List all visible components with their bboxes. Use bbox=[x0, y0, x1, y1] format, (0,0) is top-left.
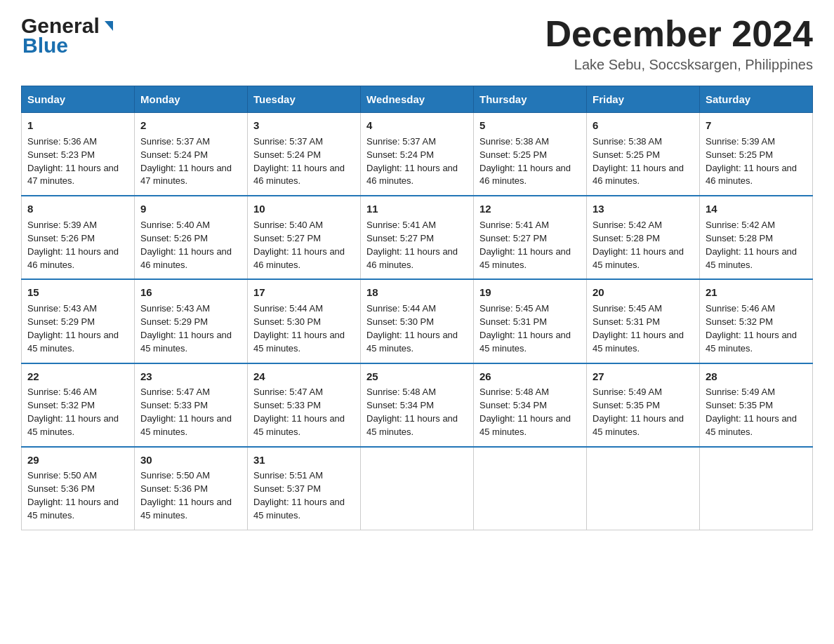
day-number: 5 bbox=[479, 118, 581, 133]
day-number: 1 bbox=[27, 118, 128, 133]
calendar-cell: 30 Sunrise: 5:50 AMSunset: 5:36 PMDaylig… bbox=[135, 447, 248, 530]
calendar-cell: 31 Sunrise: 5:51 AMSunset: 5:37 PMDaylig… bbox=[248, 447, 361, 530]
day-number: 22 bbox=[27, 369, 128, 384]
day-number: 3 bbox=[253, 118, 355, 133]
svg-marker-0 bbox=[105, 21, 113, 31]
day-info: Sunrise: 5:44 AMSunset: 5:30 PMDaylight:… bbox=[253, 303, 345, 354]
calendar-cell: 15 Sunrise: 5:43 AMSunset: 5:29 PMDaylig… bbox=[22, 279, 135, 363]
day-number: 30 bbox=[140, 452, 241, 468]
day-info: Sunrise: 5:49 AMSunset: 5:35 PMDaylight:… bbox=[706, 387, 797, 437]
day-number: 25 bbox=[366, 369, 468, 384]
day-number: 26 bbox=[479, 369, 581, 384]
calendar-cell: 6 Sunrise: 5:38 AMSunset: 5:25 PMDayligh… bbox=[587, 113, 700, 196]
calendar-table: SundayMondayTuesdayWednesdayThursdayFrid… bbox=[21, 86, 813, 530]
day-number: 27 bbox=[593, 369, 694, 384]
day-info: Sunrise: 5:50 AMSunset: 5:36 PMDaylight:… bbox=[27, 470, 119, 521]
day-info: Sunrise: 5:48 AMSunset: 5:34 PMDaylight:… bbox=[366, 387, 458, 437]
calendar-cell: 11 Sunrise: 5:41 AMSunset: 5:27 PMDaylig… bbox=[361, 196, 474, 279]
calendar-cell: 27 Sunrise: 5:49 AMSunset: 5:35 PMDaylig… bbox=[587, 363, 700, 447]
calendar-cell: 24 Sunrise: 5:47 AMSunset: 5:33 PMDaylig… bbox=[248, 363, 361, 447]
calendar-cell: 21 Sunrise: 5:46 AMSunset: 5:32 PMDaylig… bbox=[700, 279, 813, 363]
calendar-cell: 5 Sunrise: 5:38 AMSunset: 5:25 PMDayligh… bbox=[474, 113, 587, 196]
day-info: Sunrise: 5:40 AMSunset: 5:26 PMDaylight:… bbox=[140, 220, 232, 270]
day-number: 9 bbox=[140, 201, 241, 217]
day-info: Sunrise: 5:39 AMSunset: 5:25 PMDaylight:… bbox=[706, 136, 797, 187]
day-number: 21 bbox=[706, 285, 807, 300]
day-info: Sunrise: 5:48 AMSunset: 5:34 PMDaylight:… bbox=[479, 387, 571, 437]
calendar-cell: 9 Sunrise: 5:40 AMSunset: 5:26 PMDayligh… bbox=[135, 196, 248, 279]
day-number: 17 bbox=[253, 285, 355, 300]
day-info: Sunrise: 5:45 AMSunset: 5:31 PMDaylight:… bbox=[593, 303, 684, 354]
day-info: Sunrise: 5:41 AMSunset: 5:27 PMDaylight:… bbox=[479, 220, 571, 270]
day-info: Sunrise: 5:42 AMSunset: 5:28 PMDaylight:… bbox=[593, 220, 684, 270]
day-info: Sunrise: 5:49 AMSunset: 5:35 PMDaylight:… bbox=[593, 387, 684, 437]
calendar-cell: 20 Sunrise: 5:45 AMSunset: 5:31 PMDaylig… bbox=[587, 279, 700, 363]
day-number: 24 bbox=[253, 369, 355, 384]
day-info: Sunrise: 5:50 AMSunset: 5:36 PMDaylight:… bbox=[140, 470, 232, 521]
col-header-saturday: Saturday bbox=[700, 86, 813, 113]
calendar-cell: 23 Sunrise: 5:47 AMSunset: 5:33 PMDaylig… bbox=[135, 363, 248, 447]
day-number: 2 bbox=[140, 118, 241, 133]
col-header-tuesday: Tuesday bbox=[248, 86, 361, 113]
day-info: Sunrise: 5:39 AMSunset: 5:26 PMDaylight:… bbox=[27, 220, 119, 270]
calendar-cell: 28 Sunrise: 5:49 AMSunset: 5:35 PMDaylig… bbox=[700, 363, 813, 447]
calendar-cell bbox=[700, 447, 813, 530]
col-header-friday: Friday bbox=[587, 86, 700, 113]
day-number: 18 bbox=[366, 285, 468, 300]
logo-triangle-icon bbox=[101, 18, 117, 34]
calendar-cell: 14 Sunrise: 5:42 AMSunset: 5:28 PMDaylig… bbox=[700, 196, 813, 279]
day-info: Sunrise: 5:46 AMSunset: 5:32 PMDaylight:… bbox=[706, 303, 797, 354]
day-info: Sunrise: 5:37 AMSunset: 5:24 PMDaylight:… bbox=[140, 136, 232, 187]
calendar-cell: 10 Sunrise: 5:40 AMSunset: 5:27 PMDaylig… bbox=[248, 196, 361, 279]
day-number: 29 bbox=[27, 452, 128, 468]
calendar-week-row: 8 Sunrise: 5:39 AMSunset: 5:26 PMDayligh… bbox=[22, 196, 813, 279]
day-info: Sunrise: 5:45 AMSunset: 5:31 PMDaylight:… bbox=[479, 303, 571, 354]
day-info: Sunrise: 5:38 AMSunset: 5:25 PMDaylight:… bbox=[479, 136, 571, 187]
day-number: 11 bbox=[366, 201, 468, 217]
calendar-cell bbox=[587, 447, 700, 530]
day-info: Sunrise: 5:41 AMSunset: 5:27 PMDaylight:… bbox=[366, 220, 458, 270]
day-number: 13 bbox=[593, 201, 694, 217]
calendar-header-row: SundayMondayTuesdayWednesdayThursdayFrid… bbox=[22, 86, 813, 113]
day-number: 6 bbox=[593, 118, 694, 133]
day-info: Sunrise: 5:47 AMSunset: 5:33 PMDaylight:… bbox=[253, 387, 345, 437]
calendar-week-row: 22 Sunrise: 5:46 AMSunset: 5:32 PMDaylig… bbox=[22, 363, 813, 447]
day-info: Sunrise: 5:42 AMSunset: 5:28 PMDaylight:… bbox=[706, 220, 797, 270]
main-title: December 2024 bbox=[545, 14, 813, 54]
day-number: 16 bbox=[140, 285, 241, 300]
day-info: Sunrise: 5:51 AMSunset: 5:37 PMDaylight:… bbox=[253, 470, 345, 521]
day-number: 20 bbox=[593, 285, 694, 300]
day-info: Sunrise: 5:37 AMSunset: 5:24 PMDaylight:… bbox=[366, 136, 458, 187]
calendar-cell: 16 Sunrise: 5:43 AMSunset: 5:29 PMDaylig… bbox=[135, 279, 248, 363]
day-info: Sunrise: 5:43 AMSunset: 5:29 PMDaylight:… bbox=[27, 303, 119, 354]
day-info: Sunrise: 5:36 AMSunset: 5:23 PMDaylight:… bbox=[27, 136, 119, 187]
day-number: 31 bbox=[253, 452, 355, 468]
calendar-week-row: 1 Sunrise: 5:36 AMSunset: 5:23 PMDayligh… bbox=[22, 113, 813, 196]
day-number: 12 bbox=[479, 201, 581, 217]
calendar-cell: 2 Sunrise: 5:37 AMSunset: 5:24 PMDayligh… bbox=[135, 113, 248, 196]
calendar-cell: 4 Sunrise: 5:37 AMSunset: 5:24 PMDayligh… bbox=[361, 113, 474, 196]
calendar-cell: 18 Sunrise: 5:44 AMSunset: 5:30 PMDaylig… bbox=[361, 279, 474, 363]
day-info: Sunrise: 5:44 AMSunset: 5:30 PMDaylight:… bbox=[366, 303, 458, 354]
day-number: 19 bbox=[479, 285, 581, 300]
calendar-week-row: 29 Sunrise: 5:50 AMSunset: 5:36 PMDaylig… bbox=[22, 447, 813, 530]
day-info: Sunrise: 5:37 AMSunset: 5:24 PMDaylight:… bbox=[253, 136, 345, 187]
col-header-sunday: Sunday bbox=[22, 86, 135, 113]
calendar-cell: 25 Sunrise: 5:48 AMSunset: 5:34 PMDaylig… bbox=[361, 363, 474, 447]
calendar-cell: 7 Sunrise: 5:39 AMSunset: 5:25 PMDayligh… bbox=[700, 113, 813, 196]
calendar-week-row: 15 Sunrise: 5:43 AMSunset: 5:29 PMDaylig… bbox=[22, 279, 813, 363]
col-header-thursday: Thursday bbox=[474, 86, 587, 113]
page-header: General Blue December 2024 Lake Sebu, So… bbox=[21, 14, 813, 73]
calendar-cell: 17 Sunrise: 5:44 AMSunset: 5:30 PMDaylig… bbox=[248, 279, 361, 363]
calendar-cell: 22 Sunrise: 5:46 AMSunset: 5:32 PMDaylig… bbox=[22, 363, 135, 447]
calendar-cell: 8 Sunrise: 5:39 AMSunset: 5:26 PMDayligh… bbox=[22, 196, 135, 279]
day-number: 23 bbox=[140, 369, 241, 384]
day-number: 7 bbox=[706, 118, 807, 133]
col-header-wednesday: Wednesday bbox=[361, 86, 474, 113]
title-area: December 2024 Lake Sebu, Soccsksargen, P… bbox=[545, 14, 813, 73]
location-subtitle: Lake Sebu, Soccsksargen, Philippines bbox=[545, 57, 813, 73]
calendar-cell bbox=[474, 447, 587, 530]
day-number: 28 bbox=[706, 369, 807, 384]
day-info: Sunrise: 5:46 AMSunset: 5:32 PMDaylight:… bbox=[27, 387, 119, 437]
day-info: Sunrise: 5:40 AMSunset: 5:27 PMDaylight:… bbox=[253, 220, 345, 270]
